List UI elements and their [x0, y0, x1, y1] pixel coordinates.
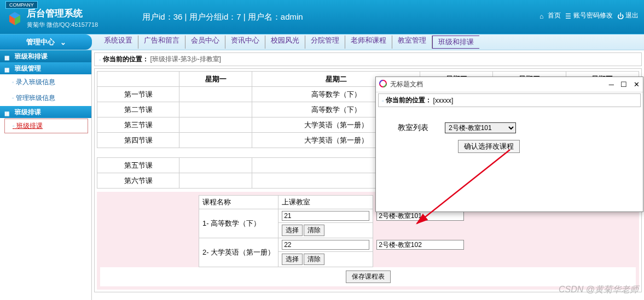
- company-badge: COMPANY: [5, 1, 38, 9]
- schedule-header: [97, 72, 179, 87]
- schedule-header: 星期一: [179, 72, 252, 87]
- room-cell: [373, 238, 468, 252]
- list-icon: [4, 66, 10, 71]
- logout-link[interactable]: ⏻退出: [617, 11, 639, 20]
- app-title: 后台管理系统: [27, 7, 98, 20]
- sidebar-item-class-schedule[interactable]: 班级排课: [4, 119, 88, 133]
- course-id-cell: [279, 238, 373, 252]
- popup-titlebar[interactable]: 无标题文档 ─ ☐ ✕: [376, 77, 643, 92]
- period-label: 第六节课: [97, 173, 179, 189]
- nav-bar: 管理中心⌄ 系统设置广告和留言会员中心资讯中心校园风光分院管理老师和课程教室管理…: [0, 34, 644, 50]
- room-select[interactable]: 2号楼-教室101: [445, 122, 516, 133]
- nav-item[interactable]: 班级和排课: [432, 36, 479, 49]
- sidebar-section-class-manage[interactable]: 班级管理: [0, 62, 91, 74]
- schedule-cell[interactable]: [179, 158, 252, 173]
- sidebar-header: 班级和排课: [0, 50, 91, 62]
- minimize-icon[interactable]: ─: [609, 80, 614, 89]
- close-icon[interactable]: ✕: [634, 80, 640, 89]
- period-label: 第二节课: [97, 102, 179, 117]
- popup-breadcrumb: 你当前的位置：[xxxxx]: [378, 93, 641, 107]
- page-icon: [12, 78, 14, 86]
- course-name: 2- 大学英语（第一册）: [199, 238, 279, 267]
- sidebar: 班级和排课 班级管理 录入班级信息 管理班级信息 班级排课 班级排课: [0, 50, 92, 300]
- nav-item[interactable]: 教室管理: [392, 36, 432, 49]
- page-icon: [382, 97, 384, 104]
- course-id-cell: [279, 209, 373, 223]
- room-input[interactable]: [376, 211, 464, 221]
- room-input[interactable]: [376, 240, 464, 250]
- period-label: 第一节课: [97, 87, 179, 102]
- breadcrumb: 你当前的位置：[班级排课-第3步-排教室]: [94, 52, 642, 66]
- period-label: 第五节课: [97, 158, 179, 173]
- popup-window: 无标题文档 ─ ☐ ✕ 你当前的位置：[xxxxx] 教室列表 2号楼-教室10…: [375, 77, 643, 212]
- nav-management-center[interactable]: 管理中心⌄: [0, 34, 92, 50]
- home-icon: ⌂: [539, 13, 546, 19]
- course-name: 1- 高等数学（下）: [199, 209, 279, 238]
- page-icon: [12, 94, 14, 102]
- nav-item[interactable]: 校园风光: [265, 36, 305, 49]
- nav-item[interactable]: 会员中心: [185, 36, 225, 49]
- course-id-input[interactable]: [282, 240, 369, 250]
- schedule-cell[interactable]: [179, 117, 252, 133]
- course-id-input[interactable]: [282, 211, 369, 221]
- nav-item[interactable]: 广告和留言: [138, 36, 185, 49]
- password-link[interactable]: ☰账号密码修改: [565, 11, 613, 20]
- select-button[interactable]: 选择: [282, 225, 303, 236]
- list-icon: ☰: [565, 13, 572, 19]
- sidebar-item-input-class[interactable]: 录入班级信息: [0, 74, 91, 90]
- user-info: 用户id：36 | 用户分组id：7 | 用户名：admin: [142, 12, 303, 22]
- page-icon: [99, 56, 101, 63]
- nav-item[interactable]: 资讯中心: [225, 36, 265, 49]
- clear-button[interactable]: 清除: [304, 225, 324, 236]
- period-label: 第三节课: [97, 117, 179, 133]
- sidebar-item-manage-class[interactable]: 管理班级信息: [0, 90, 91, 106]
- schedule-cell[interactable]: [179, 173, 252, 189]
- confirm-select-button[interactable]: 确认选择改课程: [458, 140, 520, 153]
- power-icon: ⏻: [617, 13, 624, 19]
- save-schedule-button[interactable]: 保存课程表: [346, 270, 391, 283]
- header: COMPANY 后台管理系统 黄菊华 微信/QQ:45157718 用户id：3…: [0, 0, 644, 34]
- schedule-cell[interactable]: [179, 87, 252, 102]
- popup-title: 无标题文档: [390, 80, 609, 89]
- schedule-cell[interactable]: [179, 102, 252, 117]
- app-subtitle: 黄菊华 微信/QQ:45157718: [27, 21, 98, 29]
- select-button[interactable]: 选择: [282, 254, 303, 265]
- page-icon: [13, 122, 15, 130]
- assign-col-course: 课程名称: [199, 196, 279, 209]
- table-row: 2- 大学英语（第一册）: [199, 238, 468, 252]
- maximize-icon[interactable]: ☐: [620, 80, 627, 89]
- home-link[interactable]: ⌂首页: [539, 11, 561, 20]
- schedule-cell[interactable]: [179, 133, 252, 148]
- action-cell: 选择清除: [279, 252, 373, 267]
- grid-icon: [4, 54, 10, 59]
- room-list-label: 教室列表: [398, 123, 428, 133]
- nav-item[interactable]: 分院管理: [305, 36, 345, 49]
- nav-item[interactable]: 系统设置: [98, 36, 138, 49]
- chevron-down-icon: ⌄: [60, 38, 66, 46]
- sidebar-section-schedule[interactable]: 班级排课: [0, 106, 91, 118]
- app-icon: [379, 80, 387, 89]
- assign-col-room: 上课教室: [279, 196, 373, 209]
- clear-button[interactable]: 清除: [304, 254, 324, 265]
- action-cell: 选择清除: [279, 223, 373, 238]
- nav-item[interactable]: 老师和课程: [345, 36, 392, 49]
- period-label: 第四节课: [97, 133, 179, 148]
- list-icon: [4, 109, 10, 115]
- logo-icon: [7, 11, 22, 28]
